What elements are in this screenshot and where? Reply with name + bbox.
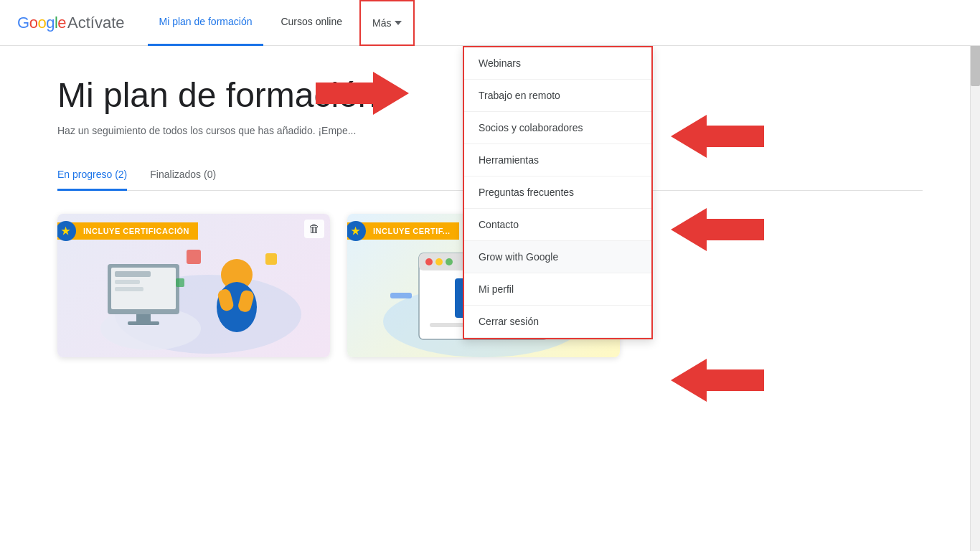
dropdown-item-herramientas[interactable]: Herramientas	[464, 144, 651, 176]
dropdown-item-perfil[interactable]: Mi perfil	[464, 273, 651, 306]
card-badge-1: ★ INCLUYE CERTIFICACIÓN	[57, 222, 198, 240]
dropdown-item-grow[interactable]: Grow with Google	[464, 241, 651, 273]
dropdown-item-contacto[interactable]: Contacto	[464, 209, 651, 241]
svg-point-19	[425, 258, 433, 265]
nav-more-button[interactable]: Más	[359, 0, 414, 46]
svg-rect-7	[115, 280, 140, 284]
nav-item-cursos[interactable]: Cursos online	[269, 0, 354, 46]
nav-item-plan[interactable]: Mi plan de formación	[148, 0, 264, 46]
logo-letter-g: G	[17, 14, 29, 32]
logo-letter-e: e	[57, 14, 66, 32]
badge-icon-2: ★	[347, 221, 366, 241]
card-badge-2: ★ INCLUYE CERTIF...	[347, 222, 459, 240]
svg-rect-5	[128, 321, 159, 325]
svg-rect-27	[390, 293, 412, 298]
header: Google Actívate Mi plan de formación Cur…	[0, 0, 980, 46]
logo-letter-o1: o	[29, 14, 38, 32]
dropdown-item-webinars[interactable]: Webinars	[464, 47, 651, 80]
dropdown-menu: Webinars Trabajo en remoto Socios y cola…	[463, 46, 653, 339]
logo-letter-g2: g	[46, 14, 55, 32]
dropdown-arrow-icon	[395, 21, 402, 25]
card-delete-button-1[interactable]: 🗑	[304, 220, 324, 238]
svg-point-21	[446, 258, 453, 265]
course-card-1[interactable]: ★ INCLUYE CERTIFICACIÓN 🗑	[57, 214, 330, 357]
card-actions-1: 🗑	[304, 220, 324, 238]
badge-icon-1: ★	[57, 221, 76, 241]
dropdown-item-trabajo[interactable]: Trabajo en remoto	[464, 80, 651, 112]
svg-rect-8	[115, 287, 143, 291]
logo-letter-o2: o	[37, 14, 46, 32]
logo[interactable]: Google Actívate	[17, 14, 125, 32]
dropdown-item-socios[interactable]: Socios y colaboradores	[464, 112, 651, 144]
tab-finalizados[interactable]: Finalizados (0)	[150, 160, 216, 191]
svg-rect-15	[176, 278, 184, 287]
tab-progreso[interactable]: En progreso (2)	[57, 160, 127, 191]
nav-bar: Mi plan de formación Cursos online Más	[148, 0, 963, 46]
svg-rect-13	[187, 250, 201, 264]
dropdown-item-cerrar[interactable]: Cerrar sesión	[464, 306, 651, 338]
page-scrollbar[interactable]	[970, 0, 980, 551]
logo-activate-text: Actívate	[67, 14, 124, 32]
dropdown-item-preguntas[interactable]: Preguntas frecuentes	[464, 176, 651, 209]
svg-rect-6	[115, 271, 151, 277]
svg-point-20	[435, 258, 443, 265]
svg-rect-14	[265, 253, 277, 265]
